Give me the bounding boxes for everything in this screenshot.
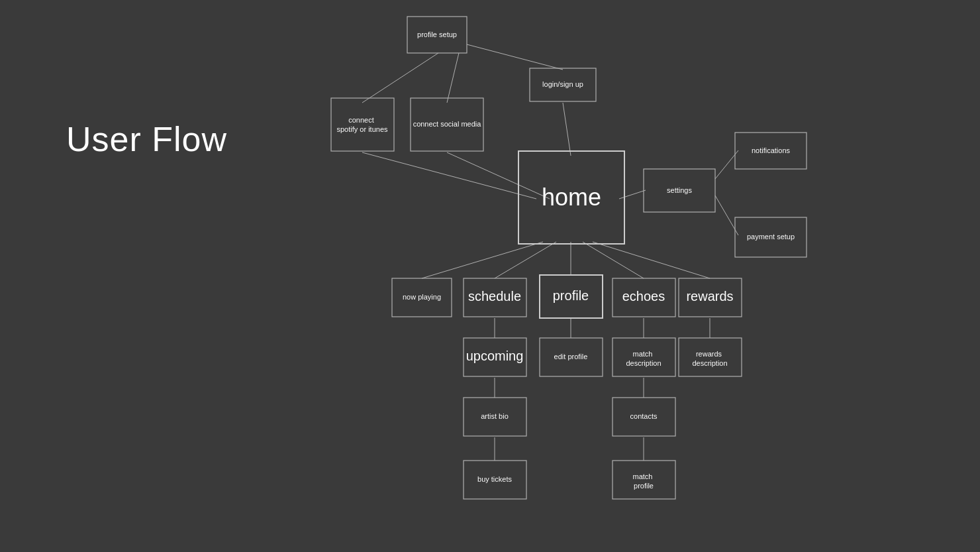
label-connect-spotify: connect spotify or itunes <box>336 116 388 133</box>
label-home: home <box>542 184 601 211</box>
svg-line-1 <box>362 53 438 103</box>
label-match-description: match description <box>626 350 661 367</box>
label-schedule: schedule <box>468 289 521 304</box>
label-echoes: echoes <box>622 289 665 304</box>
label-settings: settings <box>667 186 692 194</box>
label-contacts: contacts <box>630 412 658 420</box>
label-buy-tickets: buy tickets <box>477 475 512 483</box>
svg-line-4 <box>362 152 536 199</box>
label-match-profile: match profile <box>632 472 654 490</box>
label-connect-social: connect social media <box>413 120 482 128</box>
svg-line-5 <box>447 152 550 199</box>
svg-line-13 <box>593 242 710 278</box>
label-payment-setup: payment setup <box>747 233 795 241</box>
svg-line-12 <box>583 242 644 278</box>
label-profile: profile <box>553 288 589 303</box>
flowchart: profile setup login/sign up connect spot… <box>0 0 980 552</box>
label-notifications: notifications <box>752 146 791 154</box>
svg-line-3 <box>563 103 571 156</box>
label-upcoming: upcoming <box>466 349 524 363</box>
svg-line-2 <box>447 53 459 103</box>
label-rewards: rewards <box>686 289 733 304</box>
label-rewards-description: rewards description <box>692 350 727 367</box>
label-profile-setup: profile setup <box>417 30 457 38</box>
label-now-playing: now playing <box>403 293 441 301</box>
label-login-signup: login/sign up <box>542 80 583 88</box>
svg-line-6 <box>619 190 646 199</box>
label-artist-bio: artist bio <box>481 412 509 420</box>
svg-line-0 <box>467 44 563 70</box>
label-edit-profile: edit profile <box>554 353 588 360</box>
